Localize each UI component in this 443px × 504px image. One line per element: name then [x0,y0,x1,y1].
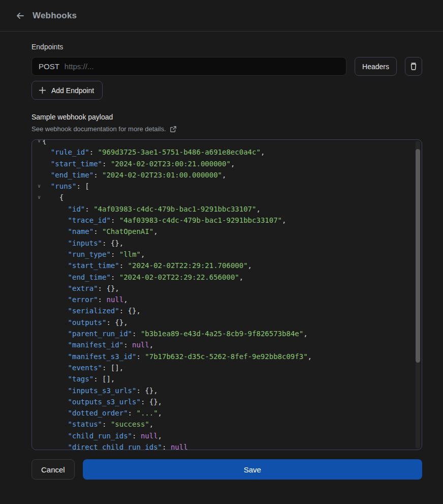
gutter-spacer [36,339,42,350]
code-token-punct [42,351,68,362]
external-link-icon [170,126,177,133]
gutter-spacer [36,158,42,169]
code-token-punct: : [136,351,145,362]
code-token-punct [42,226,68,237]
payload-code-editor[interactable]: ∨{ "rule_id": "969d3725-3ae1-5751-b486-a… [31,139,422,450]
gutter-spacer [36,226,42,237]
code-token-key: "status" [68,419,102,430]
endpoint-url-input[interactable]: POST https://... [31,57,346,76]
code-token-punct [42,373,68,384]
code-line: "manifest_id": null, [32,339,422,350]
code-line: "dotted_order": "...", [32,407,422,419]
gutter-spacer [36,351,42,362]
webhook-doc-link[interactable]: See webhook documentation for more detai… [31,125,422,133]
code-token-key: "inputs" [68,238,102,249]
gutter-spacer [36,215,42,226]
fold-chevron-icon[interactable]: ∨ [36,139,42,146]
code-line: "manifest_s3_id": "7b17b632-d35c-5262-8f… [32,351,422,362]
code-line: "outputs_s3_urls": {}, [32,396,422,407]
code-token-punct: : [162,441,171,450]
code-token-key: "rule_id" [51,146,89,158]
code-token-key: "inputs_s3_urls" [68,385,137,396]
code-token-punct: : [], [102,362,123,373]
code-token-punct: , [149,419,153,430]
gutter-spacer [36,169,42,181]
code-token-punct: : [ [76,181,89,192]
code-token-punct [42,169,51,181]
code-token-punct: : [128,407,137,419]
code-token-punct [42,203,68,215]
fold-chevron-icon[interactable]: ∨ [36,192,42,203]
code-token-punct [42,339,68,350]
plus-icon [39,86,46,94]
gutter-spacer [36,305,42,316]
cancel-button[interactable]: Cancel [31,459,75,480]
add-endpoint-label: Add Endpoint [51,86,94,95]
code-token-str: "..." [136,407,157,419]
code-token-punct [42,407,68,419]
gutter-spacer [36,294,42,305]
fold-chevron-icon[interactable]: ∨ [36,181,42,192]
code-token-punct: , [248,260,252,271]
code-token-punct: , [261,146,265,158]
code-token-punct: , [222,169,226,181]
gutter-spacer [36,317,42,328]
code-token-punct [42,146,51,158]
code-token-punct [42,430,68,441]
url-placeholder: https://... [65,62,94,71]
code-token-punct: , [141,249,145,260]
code-line: "rule_id": "969d3725-3ae1-5751-b486-a691… [32,146,422,158]
code-token-key: "extra" [68,283,98,294]
arrow-left-icon [15,11,25,21]
code-token-key: "trace_id" [68,215,111,226]
code-token-null: null [141,430,158,441]
code-token-punct: , [158,407,162,419]
save-button[interactable]: Save [83,459,422,480]
code-line: ∨{ [32,139,422,146]
code-line: "inputs_s3_urls": {}, [32,385,422,396]
delete-endpoint-button[interactable] [405,57,422,76]
code-token-punct: : {}, [102,238,123,249]
code-token-str: "969d3725-3ae1-5751-b486-a691e8ec0a4c" [98,146,261,158]
page-title: Webhooks [33,11,77,21]
code-token-str: "2024-02-02T22:29:22.656000" [119,272,239,283]
code-token-key: "start_time" [68,260,119,271]
code-token-key: "outputs_s3_urls" [68,396,141,407]
add-endpoint-button[interactable]: Add Endpoint [31,81,103,100]
code-token-punct: : [], [93,373,115,384]
code-token-str: "4af03983-c4dc-479b-bac1-9291bbc33107" [119,215,282,226]
trash-icon [409,62,418,71]
code-token-punct [42,328,68,339]
code-line: "inputs": {}, [32,238,422,249]
code-token-punct [42,158,51,169]
code-token-punct: : [98,294,107,305]
headers-button[interactable]: Headers [355,57,397,76]
gutter-spacer [36,407,42,419]
code-line: "outputs": {}, [32,317,422,328]
gutter-spacer [36,260,42,271]
gutter-spacer [36,272,42,283]
endpoint-row: POST https://... Headers [31,57,422,76]
back-button[interactable] [12,8,28,24]
code-token-str: "4af03983-c4dc-479b-bac1-9291bbc33107" [93,203,256,215]
code-token-key: "child_run_ids" [68,430,132,441]
code-token-punct: , [239,272,243,283]
gutter-spacer [36,283,42,294]
code-token-null: null [106,294,123,305]
code-line: "parent_run_id": "b3b1ea89-e43d-4a25-8cb… [32,328,422,339]
code-line: "id": "4af03983-c4dc-479b-bac1-9291bbc33… [32,203,422,215]
code-line: "error": null, [32,294,422,305]
code-token-punct [42,419,68,430]
code-token-str: "llm" [119,249,141,260]
gutter-spacer [36,362,42,373]
code-token-key: "tags" [68,373,94,384]
gutter-spacer [36,373,42,384]
gutter-spacer [36,203,42,215]
code-token-key: "end_time" [68,272,111,283]
code-token-key: "end_time" [51,169,93,181]
editor-scrollbar-thumb[interactable] [416,149,420,363]
code-token-null: null [171,441,188,450]
code-token-key: "serialized" [68,305,119,316]
code-line: "run_type": "llm", [32,249,422,260]
code-line: "trace_id": "4af03983-c4dc-479b-bac1-929… [32,215,422,226]
